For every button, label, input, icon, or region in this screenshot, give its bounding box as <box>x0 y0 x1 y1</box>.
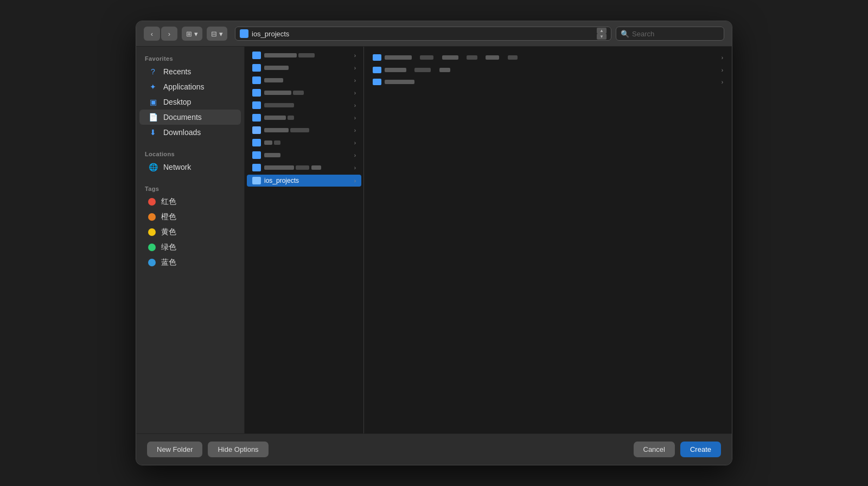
recents-icon: ? <box>148 67 158 76</box>
preview-folder-icon <box>373 79 381 85</box>
bottom-bar: New Folder Hide Options Cancel Create <box>136 433 732 465</box>
stepper-down[interactable]: ▼ <box>597 34 607 40</box>
columns-view: › › › › <box>245 47 732 433</box>
file-browser: › › › › <box>245 47 732 433</box>
documents-label: Documents <box>163 113 202 122</box>
list-item[interactable]: › <box>368 64 727 76</box>
folder-icon <box>252 101 261 109</box>
list-item[interactable]: › <box>247 74 361 86</box>
search-bar[interactable]: 🔍 Search <box>616 27 724 41</box>
preview-column: › › › <box>364 47 732 433</box>
list-item[interactable]: › <box>247 137 361 149</box>
columns-dropdown-arrow: ▾ <box>194 30 198 38</box>
list-item[interactable]: › <box>247 87 361 99</box>
search-placeholder: Search <box>632 30 654 38</box>
applications-label: Applications <box>163 82 205 91</box>
preview-folder-icon <box>373 54 381 61</box>
folder-icon <box>252 164 261 171</box>
sidebar: Favorites ? Recents ✦ Applications ▣ Des… <box>136 47 245 433</box>
folder-icon <box>252 139 261 146</box>
list-item[interactable]: › <box>368 52 727 63</box>
sidebar-item-tag-blue[interactable]: 蓝色 <box>139 255 241 270</box>
red-tag-dot <box>148 198 156 206</box>
folder-icon <box>252 64 261 72</box>
file-column-left: › › › › <box>245 47 364 433</box>
network-label: Network <box>163 163 191 171</box>
orange-tag-label: 橙色 <box>161 212 176 222</box>
desktop-label: Desktop <box>163 98 191 106</box>
downloads-label: Downloads <box>163 128 201 137</box>
main-content: Favorites ? Recents ✦ Applications ▣ Des… <box>136 47 732 433</box>
sidebar-item-tag-green[interactable]: 绿色 <box>139 240 241 255</box>
list-item[interactable]: › <box>368 76 727 87</box>
sidebar-item-documents[interactable]: 📄 Documents <box>139 110 241 125</box>
favorites-label: Favorites <box>136 51 244 64</box>
list-item[interactable]: › <box>247 99 361 111</box>
nav-buttons: ‹ › <box>144 27 177 41</box>
selected-folder-item[interactable]: ios_projects › <box>247 175 361 187</box>
sidebar-item-downloads[interactable]: ⬇ Downloads <box>139 125 241 140</box>
orange-tag-dot <box>148 213 156 221</box>
folder-icon <box>252 126 261 134</box>
grid-dropdown-arrow: ▾ <box>219 30 223 38</box>
sidebar-item-tag-orange[interactable]: 橙色 <box>139 209 241 225</box>
columns-icon: ⊞ <box>186 30 192 38</box>
bottom-right-buttons: Cancel Create <box>634 442 722 457</box>
sidebar-item-tag-yellow[interactable]: 黄色 <box>139 225 241 240</box>
documents-icon: 📄 <box>148 112 158 122</box>
location-name: ios_projects <box>252 30 289 38</box>
create-button[interactable]: Create <box>680 442 721 457</box>
list-item[interactable]: › <box>247 62 361 74</box>
sidebar-item-recents[interactable]: ? Recents <box>139 64 241 79</box>
applications-icon: ✦ <box>148 82 158 92</box>
folder-icon <box>252 52 261 59</box>
list-item[interactable]: › <box>247 112 361 124</box>
recents-label: Recents <box>163 67 191 76</box>
view-columns-button[interactable]: ⊞ ▾ <box>182 27 202 41</box>
yellow-tag-label: 黄色 <box>161 227 176 237</box>
tags-label: Tags <box>136 181 244 194</box>
save-dialog: ‹ › ⊞ ▾ ⊟ ▾ ios_projects ▲ ▼ 🔍 Search <box>136 21 732 465</box>
folder-icon <box>252 76 261 84</box>
hide-options-button[interactable]: Hide Options <box>208 442 268 457</box>
cancel-button[interactable]: Cancel <box>634 442 675 457</box>
search-icon: 🔍 <box>621 30 629 38</box>
yellow-tag-dot <box>148 228 156 236</box>
bottom-left-buttons: New Folder Hide Options <box>147 442 269 457</box>
list-item[interactable]: › <box>247 124 361 136</box>
grid-icon: ⊟ <box>211 30 217 38</box>
preview-folder-icon <box>373 67 381 73</box>
forward-button[interactable]: › <box>161 27 177 41</box>
green-tag-dot <box>148 244 156 251</box>
new-folder-button[interactable]: New Folder <box>147 442 202 457</box>
network-icon: 🌐 <box>148 162 158 172</box>
back-button[interactable]: ‹ <box>144 27 160 41</box>
folder-icon <box>252 89 261 97</box>
list-item[interactable]: › <box>247 149 361 161</box>
location-stepper[interactable]: ▲ ▼ <box>597 28 607 40</box>
list-item[interactable]: › <box>247 49 361 61</box>
green-tag-label: 绿色 <box>161 242 176 252</box>
sidebar-item-desktop[interactable]: ▣ Desktop <box>139 94 241 110</box>
list-item[interactable]: › <box>247 162 361 174</box>
sidebar-item-applications[interactable]: ✦ Applications <box>139 79 241 94</box>
folder-icon <box>252 114 261 122</box>
desktop-icon: ▣ <box>148 97 158 107</box>
locations-label: Locations <box>136 146 244 159</box>
red-tag-label: 红色 <box>161 197 176 207</box>
folder-icon <box>252 151 261 159</box>
sidebar-item-tag-red[interactable]: 红色 <box>139 194 241 209</box>
folder-icon <box>240 29 248 38</box>
view-grid-button[interactable]: ⊟ ▾ <box>207 27 227 41</box>
selected-folder-icon <box>252 177 261 184</box>
selected-folder-name: ios_projects <box>264 177 351 184</box>
toolbar: ‹ › ⊞ ▾ ⊟ ▾ ios_projects ▲ ▼ 🔍 Search <box>136 21 732 47</box>
blue-tag-label: 蓝色 <box>161 258 176 267</box>
blue-tag-dot <box>148 259 156 266</box>
location-bar[interactable]: ios_projects ▲ ▼ <box>235 27 611 41</box>
downloads-icon: ⬇ <box>148 127 158 137</box>
sidebar-item-network[interactable]: 🌐 Network <box>139 159 241 175</box>
stepper-up[interactable]: ▲ <box>597 28 607 34</box>
